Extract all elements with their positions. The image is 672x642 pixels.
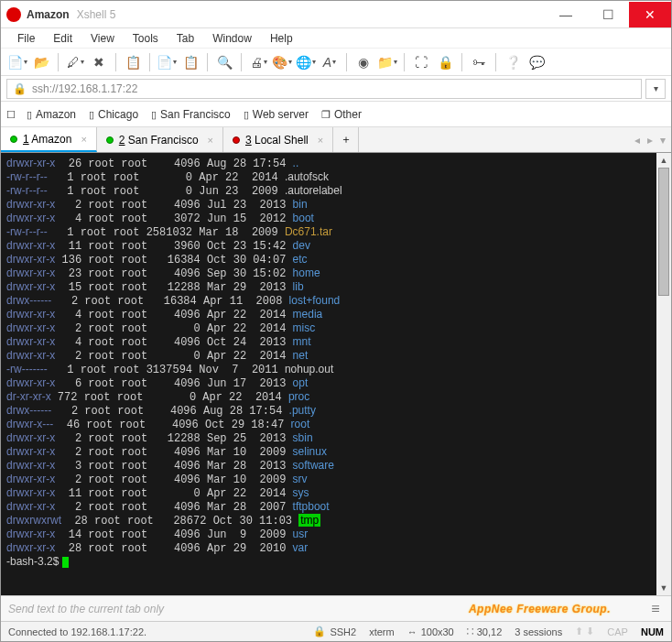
xagent-button[interactable]: ◉ [352, 51, 374, 73]
scrollbar[interactable]: ▲ ▼ [656, 153, 671, 595]
status-size: ↔100x30 [407, 626, 454, 637]
status-dot-icon [10, 136, 17, 143]
lock-icon: 🔒 [13, 82, 27, 95]
menu-tab[interactable]: Tab [169, 30, 201, 47]
bookmark-icon [244, 108, 249, 121]
compose-menu-button[interactable]: ≡ [647, 601, 664, 617]
bookmark-label: Other [334, 108, 362, 121]
tab-label: 1 Amazon [23, 133, 71, 146]
address-go-button[interactable]: ▾ [645, 79, 666, 99]
terminal-wrap: drwxr-xr-x 26 root root 4096 Aug 28 17:5… [1, 153, 671, 595]
properties-button[interactable]: 📋 [122, 51, 144, 73]
scroll-down-button[interactable]: ▼ [656, 581, 671, 595]
fullscreen-button[interactable]: ⛶ [410, 51, 432, 73]
menu-view[interactable]: View [83, 30, 122, 47]
app-icon [6, 7, 21, 22]
watermark: AppNee Freeware Group. [469, 603, 611, 615]
bookmark-icon [27, 108, 32, 121]
bookmark-label: Chicago [98, 108, 138, 121]
reconnect-button[interactable]: 🖊 [64, 51, 86, 73]
new-tab-button[interactable]: ＋ [333, 127, 359, 152]
menu-window[interactable]: Window [205, 30, 259, 47]
xftp-button[interactable]: 📁 [376, 51, 398, 73]
find-button[interactable]: 🔍 [213, 51, 235, 73]
menu-help[interactable]: Help [263, 30, 300, 47]
bookmark-label: Amazon [36, 108, 76, 121]
bookmark-add-icon [6, 108, 16, 121]
paste-button[interactable]: 📋 [179, 51, 201, 73]
scroll-thumb[interactable] [658, 168, 669, 296]
status-dot-icon [106, 136, 114, 144]
help-button[interactable]: ❔ [502, 51, 524, 73]
maximize-button[interactable]: ☐ [587, 2, 629, 27]
new-session-button[interactable]: 📄 [6, 51, 28, 73]
tab-1-amazon[interactable]: 1 Amazon× [1, 127, 97, 152]
title-sub: Xshell 5 [77, 8, 116, 21]
host-key-button[interactable]: 🗝 [468, 51, 490, 73]
bookmark-icon [151, 108, 157, 121]
copy-button[interactable]: 📄 [156, 51, 178, 73]
close-button[interactable]: ✕ [629, 2, 671, 27]
menu-file[interactable]: File [10, 30, 42, 47]
lock-icon: 🔒 [313, 626, 326, 637]
color-scheme-button[interactable]: 🎨 [271, 51, 293, 73]
lock-button[interactable]: 🔒 [434, 51, 456, 73]
resize-icon: ↔ [407, 626, 417, 637]
bookmark-icon [321, 108, 331, 121]
bookmark-amazon[interactable]: Amazon [27, 108, 76, 121]
menu-bar: FileEditViewToolsTabWindowHelp [1, 28, 671, 49]
bookmark-label: San Francisco [160, 108, 231, 121]
status-bar: Connected to 192.168.1.17:22. 🔒SSH2 xter… [1, 621, 671, 641]
bookmark-icon [89, 108, 94, 121]
address-text: ssh://192.168.1.17:22 [32, 82, 137, 95]
address-input[interactable]: 🔒 ssh://192.168.1.17:22 [6, 79, 642, 99]
bookmark-san-francisco[interactable]: San Francisco [151, 108, 231, 121]
bookmark-web-server[interactable]: Web server [244, 108, 309, 121]
status-dot-icon [233, 136, 240, 144]
tab-next-button[interactable]: ▸ [647, 134, 653, 147]
tab-close-button[interactable]: × [208, 135, 213, 146]
minimize-button[interactable]: — [545, 2, 587, 27]
feedback-button[interactable]: 💬 [526, 51, 547, 73]
bookmark-bar: AmazonChicagoSan FranciscoWeb serverOthe… [1, 102, 671, 127]
menu-tools[interactable]: Tools [125, 30, 166, 47]
tab-3-local-shell[interactable]: 3 Local Shell× [223, 127, 333, 152]
tab-bar: 1 Amazon×2 San Francisco×3 Local Shell× … [1, 127, 671, 153]
encoding-button[interactable]: 🌐 [295, 51, 317, 73]
status-connection: Connected to 192.168.1.17:22. [8, 626, 146, 637]
tab-close-button[interactable]: × [81, 134, 86, 145]
tab-prev-button[interactable]: ◂ [634, 134, 640, 147]
status-num: NUM [641, 626, 664, 637]
tab-label: 3 Local Shell [245, 134, 309, 147]
add-bookmark-button[interactable] [6, 108, 16, 121]
font-button[interactable]: A [319, 51, 341, 73]
status-cap: CAP [607, 626, 628, 637]
open-button[interactable]: 📂 [30, 51, 52, 73]
cursor-icon: ⸬ [467, 626, 473, 637]
menu-edit[interactable]: Edit [46, 30, 80, 47]
terminal[interactable]: drwxr-xr-x 26 root root 4096 Aug 28 17:5… [1, 153, 656, 595]
bookmark-chicago[interactable]: Chicago [89, 108, 138, 121]
disconnect-button[interactable]: ✖ [88, 51, 110, 73]
tab-close-button[interactable]: × [318, 135, 323, 146]
status-cursor: ⸬30,12 [467, 626, 503, 637]
compose-bar: Send text to the current tab only AppNee… [1, 595, 671, 621]
status-arrows: ⬆ ⬇ [575, 626, 594, 637]
toolbar: 📄 📂 🖊 ✖ 📋 📄 📋 🔍 🖨 🎨 🌐 A ◉ 📁 ⛶ 🔒 🗝 ❔ 💬 [1, 49, 671, 76]
print-button[interactable]: 🖨 [247, 51, 269, 73]
tab-menu-button[interactable]: ▾ [660, 134, 666, 147]
title-bar: Amazon Xshell 5 — ☐ ✕ [1, 1, 671, 28]
compose-input[interactable]: Send text to the current tab only [8, 603, 469, 615]
scroll-up-button[interactable]: ▲ [656, 153, 671, 168]
status-protocol: 🔒SSH2 [313, 626, 356, 637]
status-sessions: 3 sessions [515, 626, 562, 637]
bookmark-label: Web server [253, 108, 309, 121]
tab-label: 2 San Francisco [119, 134, 199, 147]
status-termtype: xterm [369, 626, 395, 637]
tab-nav: ◂ ▸ ▾ [629, 127, 671, 152]
tab-2-san-francisco[interactable]: 2 San Francisco× [97, 127, 223, 152]
title-main: Amazon [27, 8, 70, 21]
address-bar: 🔒 ssh://192.168.1.17:22 ▾ [1, 76, 671, 102]
bookmark-other[interactable]: Other [321, 108, 362, 121]
